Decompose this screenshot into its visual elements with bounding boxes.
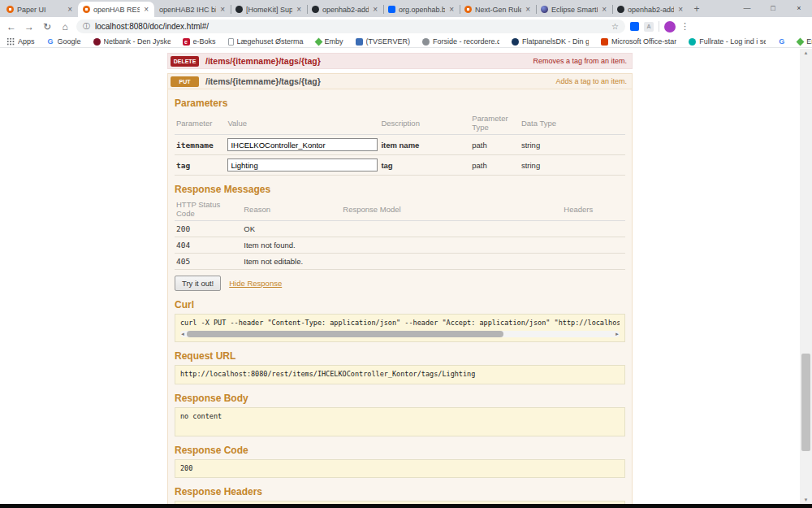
scrollbar-thumb[interactable] (187, 331, 503, 337)
maximize-button[interactable]: □ (760, 0, 786, 17)
tab-close-icon[interactable]: × (296, 5, 302, 14)
tab-openhab2-addons-2[interactable]: openhab2-addons × (612, 2, 689, 17)
google-icon: G (47, 38, 54, 46)
response-code-block: 200 (175, 459, 625, 478)
request-url-value: http://localhost:8080/rest/items/IHCELKO… (180, 370, 620, 379)
bookmark-tvserver[interactable]: (TVSERVER) (356, 37, 410, 46)
tab-openhab2-addons-1[interactable]: openhab2-addons × (307, 2, 383, 17)
param-data-type: string (520, 135, 625, 155)
back-icon[interactable]: ← (5, 21, 18, 33)
status-code: 404 (175, 237, 242, 254)
scroll-down-icon[interactable]: ▼ (800, 497, 812, 502)
status-reason: Item not editable. (242, 254, 341, 270)
status-reason: Item not found. (242, 237, 341, 254)
pdf-extension-icon[interactable]: A (644, 22, 654, 32)
operation-summary: Removes a tag from an item. (533, 57, 627, 65)
new-tab-button[interactable]: + (689, 2, 705, 17)
bookmark-star-icon[interactable]: ☆ (611, 22, 619, 31)
bookmark-laegehuset[interactable]: Lægehuset Østerma (228, 37, 304, 46)
page-icon (228, 38, 234, 46)
netbank-icon (93, 38, 101, 46)
openhab-icon (83, 6, 90, 13)
tab-close-icon[interactable]: × (448, 5, 455, 14)
tab-close-icon[interactable]: × (601, 5, 607, 14)
curl-block: curl -X PUT --header "Content-Type: appl… (175, 314, 625, 342)
tab-close-icon[interactable]: × (67, 5, 73, 14)
fullrate-icon (689, 38, 696, 46)
scroll-up-icon[interactable]: ▲ (800, 50, 812, 55)
url-text: localhost:8080/doc/index.html#/ (95, 22, 209, 31)
eboks-icon: e (183, 38, 190, 46)
try-it-out-button[interactable]: Try it out! (175, 276, 221, 291)
itemname-input[interactable] (227, 138, 378, 151)
param-row-itemname: itemname item name path string (175, 135, 625, 155)
tvserver-icon (356, 38, 363, 46)
minimize-button[interactable]: — (734, 0, 760, 17)
curl-horizontal-scrollbar[interactable]: ◄ ► (180, 331, 620, 337)
operation-path[interactable]: /items/{itemname}/tags/{tag} (205, 76, 321, 86)
tab-title: org.openhab.bind (399, 6, 445, 14)
bookmark-g[interactable]: G (778, 38, 785, 46)
toolbar-divider (659, 21, 659, 32)
col-value: Value (226, 112, 379, 135)
scroll-right-icon[interactable]: ► (615, 331, 620, 337)
operation-expanded-panel: Parameters Parameter Value Description P… (167, 89, 633, 504)
vertical-scrollbar[interactable]: ▲ ▼ (800, 49, 812, 504)
bookmark-fullrate[interactable]: Fullrate - Log ind i se (689, 37, 766, 46)
param-description: tag (379, 155, 470, 176)
param-data-type: string (520, 155, 625, 176)
tag-input[interactable] (227, 158, 378, 172)
scrollbar-thumb[interactable] (801, 354, 810, 451)
response-code-value: 200 (180, 464, 620, 473)
bookmark-emby-2[interactable]: Emby (797, 37, 812, 46)
bookmark-eboks[interactable]: ee-Boks (183, 37, 216, 46)
profile-avatar[interactable] (664, 21, 676, 33)
tab-paper-ui[interactable]: Paper UI × (2, 2, 78, 17)
tab-title: Next-Gen Rules | (475, 6, 521, 14)
scroll-left-icon[interactable]: ◄ (180, 331, 185, 337)
home-icon[interactable]: ⌂ (58, 21, 71, 33)
response-messages-heading: Response Messages (175, 184, 625, 195)
tab-eclipse-smarthome[interactable]: Eclipse SmartHom × (536, 2, 612, 17)
param-type: path (470, 155, 520, 176)
response-row-405: 405 Item not editable. (175, 254, 625, 270)
operation-put-tag[interactable]: PUT /items/{itemname}/tags/{tag} Adds a … (167, 73, 633, 89)
param-type: path (470, 135, 520, 155)
bookmarks-bar: Apps GGoogle Netbank - Den Jyske ee-Boks… (0, 36, 812, 48)
bookmark-microsoft-office[interactable]: Microsoft Office-star (601, 37, 676, 46)
tab-close-icon[interactable]: × (143, 5, 149, 14)
bookmark-netbank[interactable]: Netbank - Den Jyske (93, 37, 171, 46)
tab-next-gen-rules[interactable]: Next-Gen Rules | × (460, 2, 536, 17)
response-body-block: no content (175, 407, 625, 436)
browser-menu-icon[interactable]: ⋮ (680, 21, 689, 32)
bookmark-apps[interactable]: Apps (6, 37, 35, 46)
bookmark-recordere[interactable]: Forside - recordere.d (422, 37, 499, 46)
param-name: tag (175, 155, 226, 176)
tab-title: Eclipse SmartHom (551, 6, 598, 14)
tab-close-icon[interactable]: × (525, 5, 531, 14)
tab-close-icon[interactable]: × (372, 5, 378, 14)
bookmark-emby-1[interactable]: Emby (316, 37, 343, 46)
tab-close-icon[interactable]: × (677, 5, 684, 14)
bookmark-google[interactable]: GGoogle (47, 37, 81, 46)
tab-homekit-support[interactable]: [HomeKit] Suppor × (231, 2, 307, 17)
hide-response-link[interactable]: Hide Response (229, 279, 282, 288)
tab-openhab-rest-api[interactable]: openHAB REST AP × (78, 2, 154, 17)
col-data-type: Data Type (520, 112, 625, 135)
tab-openhab2-ihc[interactable]: openHAB2 IHC bi × (154, 2, 231, 17)
address-bar[interactable]: ⓘ localhost:8080/doc/index.html#/ ☆ (76, 20, 625, 33)
close-button[interactable]: × (786, 0, 812, 17)
dropbox-extension-icon[interactable] (630, 22, 639, 31)
tab-title: openHAB REST AP (93, 6, 140, 14)
col-response-model: Response Model (341, 198, 562, 221)
method-badge-delete: DELETE (171, 56, 199, 67)
bookmark-flatpanelsdk[interactable]: FlatpanelsDK - Din g (512, 37, 589, 46)
tab-org-openhab-binding[interactable]: org.openhab.bind × (383, 2, 460, 17)
param-name: itemname (175, 135, 226, 155)
tab-close-icon[interactable]: × (219, 5, 226, 14)
forward-icon[interactable]: → (23, 21, 36, 33)
info-icon[interactable]: ⓘ (83, 21, 90, 32)
operation-path[interactable]: /items/{itemname}/tags/{tag} (205, 56, 321, 66)
operation-delete-tag[interactable]: DELETE /items/{itemname}/tags/{tag} Remo… (167, 53, 633, 69)
reload-icon[interactable]: ↻ (41, 21, 54, 33)
